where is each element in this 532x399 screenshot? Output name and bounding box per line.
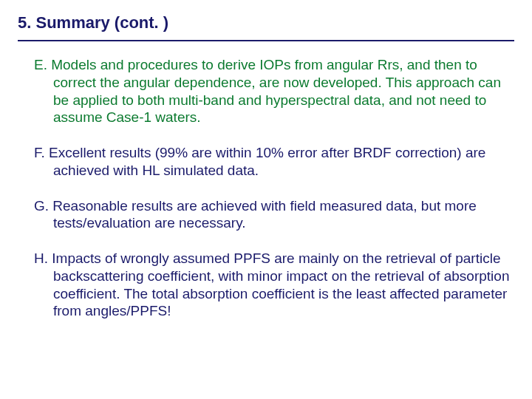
slide-title: 5. Summary (cont. ) <box>18 13 514 33</box>
slide: 5. Summary (cont. ) E. Models and proced… <box>0 0 532 399</box>
summary-item-h: H. Impacts of wrongly assumed PPFS are m… <box>18 250 514 320</box>
heading-block: 5. Summary (cont. ) <box>18 13 514 41</box>
summary-item-e: E. Models and procedures to derive IOPs … <box>18 56 514 126</box>
summary-item-f: F. Excellent results (99% are within 10%… <box>18 144 514 180</box>
summary-item-g: G. Reasonable results are achieved with … <box>18 197 514 233</box>
